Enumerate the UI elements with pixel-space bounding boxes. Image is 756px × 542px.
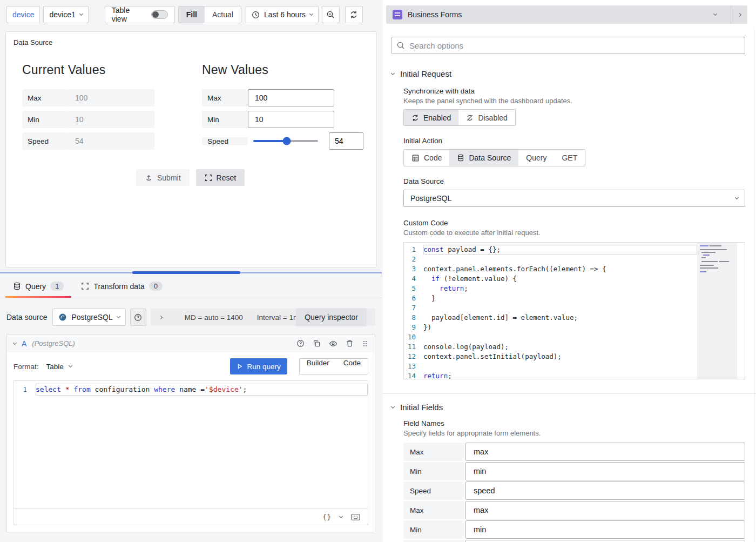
code-line: 9}) [404,323,697,332]
tab-query[interactable]: Query 1 [5,275,71,298]
field-min-input-2[interactable] [465,520,745,539]
field-row: Max [403,501,745,519]
braces-icon[interactable]: {} [322,513,331,521]
code-line: 11console.log(payload); [404,342,697,352]
field-max-input-2[interactable] [465,501,745,519]
sync-disabled-option[interactable]: Disabled [458,110,515,125]
new-speed-input[interactable] [329,132,363,150]
pane-splitter[interactable] [0,272,382,273]
fill-option[interactable]: Fill [179,6,205,23]
eye-icon[interactable] [329,339,338,348]
custom-code-label: Custom Code [403,219,745,227]
datasource-row: Data source PostgreSQL MD = auto = 1400 … [6,308,375,326]
submit-button[interactable]: Submit [136,169,190,186]
chevron-down-icon [117,315,120,318]
time-range-picker[interactable]: Last 6 hours [246,6,319,23]
splitter-grip[interactable] [132,271,240,274]
code-line: 8 payload[element.id] = element.value; [404,313,697,323]
field-row: Speed [403,481,745,500]
query-row-header[interactable]: A (PostgreSQL) [7,334,375,352]
datasource-help-button[interactable] [130,309,146,326]
transform-icon [81,282,89,290]
visualization-picker[interactable]: Business Forms [386,5,747,24]
builder-code-segment: Builder Code [299,358,368,374]
postgres-icon [58,313,67,322]
field-speed-input-2[interactable] [465,540,745,542]
current-values-heading: Current Values [22,63,154,77]
field-max-input-1[interactable] [465,443,745,461]
field-names-description: Specify fields for appropriate form elem… [403,429,745,437]
drag-handle-icon[interactable] [362,340,368,347]
dashboard-pane: device device1 Table view Fill Actual La… [0,0,382,542]
current-speed-input[interactable] [68,132,154,150]
search-icon [396,41,405,50]
reset-button[interactable]: Reset [196,169,245,186]
code-line: 5 return; [404,284,697,293]
code-line: 13 [404,362,697,371]
max-datapoints-stat: MD = auto = 1400 [185,313,243,322]
reset-icon [205,174,212,182]
datasource-select[interactable]: PostgreSQL [403,190,745,207]
sync-label: Synchronize with data [403,87,745,95]
panel-preview: Data Source Current Values Max Min Speed [5,31,376,267]
field-min-input-1[interactable] [465,462,745,480]
initial-action-segment: Code Data Source Query GET [403,149,585,166]
query-section: Query 1 Transform data 0 Data source Pos… [0,275,382,542]
variable-value-dropdown[interactable]: device1 [43,6,88,23]
form-row: Max [22,89,154,106]
tab-transform-data[interactable]: Transform data 0 [73,275,170,298]
collapse-chevron-icon [391,71,395,75]
collapse-chevron-icon[interactable] [13,340,17,344]
current-min-input[interactable] [68,111,154,128]
query-ref-name: A [22,339,26,348]
action-code-option[interactable]: Code [404,150,449,166]
code-line: 10 [404,332,697,342]
refresh-button[interactable] [345,6,363,23]
sync-description: Keeps the panel synched with the dashboa… [403,97,745,105]
format-select[interactable]: Table [46,363,72,371]
new-values-heading: New Values [202,63,363,77]
query-inspector-button[interactable]: Query inspector [296,308,367,326]
actual-option[interactable]: Actual [205,6,241,23]
datasource-picker[interactable]: PostgreSQL [52,309,125,326]
run-query-button[interactable]: Run query [230,358,287,374]
chevron-down-icon [735,196,739,199]
database-icon [13,282,21,290]
sql-code-editor[interactable]: 1select * from configuration where name … [14,380,368,509]
form-row: Min [202,111,363,128]
code-option[interactable]: Code [336,359,368,374]
new-max-input[interactable] [248,89,334,106]
sync-segment: Enabled Disabled [403,109,516,126]
section-initial-fields[interactable]: Initial Fields [392,403,745,412]
action-query-option[interactable]: Query [518,150,554,166]
options-collapse-button[interactable] [731,5,747,24]
custom-code-editor[interactable]: 1const payload = {};23context.panel.elem… [403,242,745,379]
query-row-datasource: (PostgreSQL) [32,339,75,347]
current-max-input[interactable] [68,89,154,106]
section-initial-request[interactable]: Initial Request [392,69,745,78]
help-icon [134,313,142,322]
trash-icon[interactable] [346,339,354,347]
keyboard-icon[interactable] [351,513,360,521]
table-view-toggle[interactable] [151,10,168,19]
code-line: 4 if (!element.value) { [404,274,697,284]
chevron-down-icon[interactable] [339,514,343,518]
field-speed-input-1[interactable] [465,481,745,500]
options-search-input[interactable] [409,41,740,50]
builder-option[interactable]: Builder [300,359,336,374]
minimap[interactable] [697,243,737,379]
options-scrollbar[interactable] [754,30,754,542]
sync-enabled-option[interactable]: Enabled [404,110,458,125]
speed-slider[interactable] [253,140,318,142]
action-get-option[interactable]: GET [554,150,585,166]
editor-scroll-gutter[interactable] [737,243,745,379]
action-datasource-option[interactable]: Data Source [449,150,518,166]
new-min-input[interactable] [248,111,334,128]
options-search[interactable] [392,37,745,54]
copy-icon[interactable] [313,339,321,347]
clock-icon [252,11,260,19]
slider-thumb[interactable] [283,137,291,145]
help-icon[interactable] [296,339,305,347]
zoom-out-button[interactable] [322,6,340,23]
chevron-right-icon[interactable] [159,315,163,319]
